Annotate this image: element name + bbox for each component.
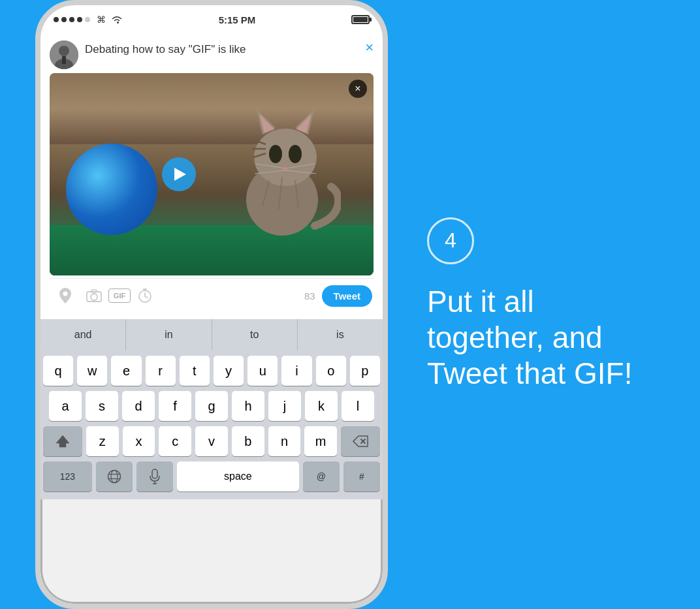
char-count: 83 — [304, 290, 315, 302]
play-triangle-icon — [174, 168, 186, 181]
key-w[interactable]: w — [77, 356, 107, 386]
gif-preview: × — [50, 73, 374, 275]
location-icon[interactable] — [51, 284, 80, 307]
key-f[interactable]: f — [159, 391, 191, 421]
keyboard: q w e r t y u i o p a s d f g h j k — [40, 351, 383, 499]
pred-word-in[interactable]: in — [126, 319, 212, 351]
mic-icon — [149, 469, 161, 484]
svg-point-5 — [254, 129, 317, 186]
key-x[interactable]: x — [123, 426, 155, 456]
tweet-button[interactable]: Tweet — [322, 285, 372, 307]
step-number: 4 — [445, 228, 456, 253]
key-space[interactable]: space — [177, 461, 299, 492]
key-c[interactable]: c — [159, 426, 191, 456]
compose-close-button[interactable]: × — [365, 39, 374, 56]
right-panel: 4 Put it all together, and Tweet that GI… — [388, 191, 700, 418]
camera-svg — [86, 289, 102, 302]
gif-badge[interactable]: GIF — [108, 289, 131, 303]
status-left: ⌘︎ — [54, 14, 123, 25]
wifi-icon-svg — [111, 15, 123, 24]
step-circle: 4 — [427, 217, 474, 264]
svg-point-23 — [63, 292, 68, 296]
svg-line-29 — [145, 296, 148, 298]
battery-icon — [351, 15, 370, 24]
gif-close-button[interactable]: × — [349, 80, 367, 98]
signal-dot-2 — [61, 17, 67, 22]
shift-icon — [56, 434, 70, 448]
key-v[interactable]: v — [195, 426, 228, 456]
key-g[interactable]: g — [195, 391, 228, 421]
key-o[interactable]: o — [316, 356, 346, 386]
key-d[interactable]: d — [122, 391, 155, 421]
timer-svg — [138, 289, 152, 303]
pred-word-is[interactable]: is — [298, 319, 383, 351]
svg-point-10 — [269, 145, 282, 163]
key-q[interactable]: q — [43, 356, 73, 386]
key-e[interactable]: e — [111, 356, 141, 386]
key-s[interactable]: s — [86, 391, 118, 421]
key-t[interactable]: t — [180, 356, 210, 386]
step-headline: Put it all together, and Tweet that GIF! — [427, 284, 632, 392]
key-z[interactable]: z — [86, 426, 119, 456]
status-time: 5:15 PM — [219, 14, 256, 25]
blue-ball — [66, 144, 157, 235]
svg-marker-31 — [56, 435, 69, 447]
headline-line3: Tweet that GIF! — [427, 356, 632, 392]
key-b[interactable]: b — [232, 426, 264, 456]
headline-line2: together, and — [427, 320, 632, 356]
keyboard-row-bottom: 123 spac — [43, 461, 380, 492]
svg-point-25 — [91, 294, 97, 300]
key-mic[interactable] — [136, 461, 173, 492]
keyboard-row-2: a s d f g h j k l — [43, 391, 380, 421]
keyboard-row-1: q w e r t y u i o p — [43, 356, 380, 386]
svg-point-35 — [111, 471, 118, 483]
pred-word-and[interactable]: and — [40, 319, 126, 351]
signal-dot-5 — [85, 17, 90, 22]
gif-scene — [50, 73, 374, 275]
wifi-icon: ⌘︎ — [97, 14, 106, 25]
gif-play-button[interactable] — [162, 157, 196, 191]
signal-dot-4 — [77, 17, 82, 22]
pred-word-to[interactable]: to — [212, 319, 298, 351]
svg-rect-26 — [91, 290, 97, 292]
key-at[interactable]: @ — [303, 461, 340, 492]
key-numbers[interactable]: 123 — [43, 461, 92, 492]
key-n[interactable]: n — [268, 426, 301, 456]
svg-point-34 — [108, 471, 120, 483]
keyboard-row-3: z x c v b n m — [43, 426, 380, 456]
key-shift[interactable] — [43, 426, 82, 456]
key-l[interactable]: l — [342, 391, 374, 421]
key-h[interactable]: h — [232, 391, 264, 421]
svg-point-11 — [289, 145, 302, 163]
avatar — [50, 40, 78, 69]
cat-svg — [223, 95, 341, 239]
avatar-image — [50, 40, 78, 69]
key-y[interactable]: y — [214, 356, 244, 386]
key-globe[interactable] — [96, 461, 133, 492]
globe-icon — [107, 469, 121, 484]
phone-wrapper: ⌘︎ 5:15 PM — [35, 0, 388, 609]
key-p[interactable]: p — [350, 356, 380, 386]
key-hash[interactable]: # — [343, 461, 380, 492]
key-r[interactable]: r — [146, 356, 176, 386]
status-bar: ⌘︎ 5:15 PM — [40, 5, 383, 34]
key-k[interactable]: k — [305, 391, 338, 421]
signal-dot-1 — [54, 17, 59, 22]
compose-area: Debating how to say "GIF" is like × — [40, 34, 383, 319]
camera-icon[interactable] — [80, 284, 108, 307]
predictive-bar: and in to is — [40, 319, 383, 351]
toolbar: GIF 83 Tweet — [50, 278, 374, 313]
key-m[interactable]: m — [304, 426, 337, 456]
cat-figure — [223, 95, 341, 239]
key-i[interactable]: i — [281, 356, 311, 386]
phone-device: ⌘︎ 5:15 PM — [35, 0, 388, 609]
timer-icon[interactable] — [131, 284, 159, 307]
compose-tweet-text[interactable]: Debating how to say "GIF" is like — [85, 40, 358, 57]
svg-point-1 — [59, 46, 69, 56]
svg-rect-3 — [62, 56, 66, 64]
location-svg — [59, 288, 72, 304]
key-a[interactable]: a — [49, 391, 82, 421]
key-u[interactable]: u — [247, 356, 278, 386]
key-j[interactable]: j — [268, 391, 301, 421]
key-delete[interactable] — [341, 426, 380, 456]
